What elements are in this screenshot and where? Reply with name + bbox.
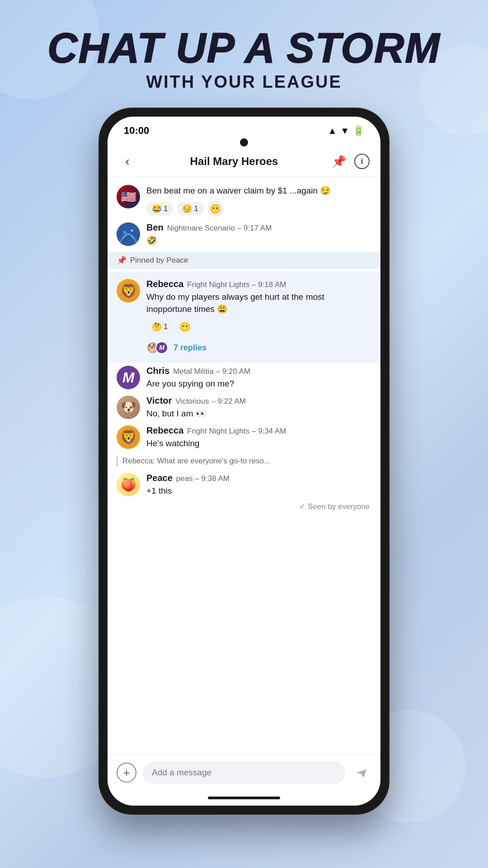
message-meta: Chris Metal Militia – 9:20 AM — [146, 366, 371, 376]
avatar: 🇺🇸 — [117, 185, 140, 208]
message-content: Ben Nightmare Scenario – 9:17 AM 🤣 — [146, 222, 371, 247]
message-input[interactable] — [143, 761, 345, 784]
replies-row[interactable]: 🐕 M 7 replies — [146, 340, 371, 356]
status-icons: ▲ ▼ 🔋 — [328, 125, 364, 136]
signal-icon: ▲ — [328, 126, 337, 136]
back-button[interactable]: ‹ — [118, 154, 136, 169]
messages-area[interactable]: 🇺🇸 Ben beat me on a waiver claim by $1 .… — [108, 177, 380, 755]
pinned-message-block: 🦁 Rebecca Fright Night Lights – 9:18 AM … — [108, 272, 380, 363]
wifi-icon: ▼ — [340, 126, 349, 136]
pinned-by-text: Pinned by Peace — [130, 256, 188, 265]
message-meta: Rebecca Fright Night Lights – 9:18 AM — [146, 279, 371, 289]
sender-team: peas – 9:38 AM — [176, 474, 230, 483]
add-button[interactable]: + — [117, 763, 136, 783]
message-text: He's watching — [146, 438, 371, 450]
status-time: 10:00 — [124, 125, 149, 137]
quoted-row: Rebecca: What are everyone's go-to reso.… — [108, 452, 380, 470]
phone-frame: 10:00 ▲ ▼ 🔋 ‹ Hail Mary Heroes 📌 i — [99, 108, 389, 814]
sender-name: Rebecca — [146, 279, 183, 289]
table-row: 🦁 Rebecca Fright Night Lights – 9:18 AM … — [108, 276, 380, 359]
add-reaction-button[interactable]: 😶 — [207, 201, 224, 217]
add-reaction-button[interactable]: 😶 — [177, 319, 193, 335]
svg-point-2 — [131, 229, 133, 232]
page-title: CHAT UP A STORM — [0, 27, 488, 69]
message-content: Chris Metal Militia – 9:20 AM Are you sp… — [146, 366, 371, 390]
camera-dot — [240, 138, 248, 146]
pin-button[interactable]: 📌 — [332, 155, 346, 169]
header-actions: 📌 i — [332, 154, 370, 169]
page-subtitle: WITH YOUR LEAGUE — [0, 72, 488, 92]
replies-count[interactable]: 7 replies — [174, 343, 206, 353]
sender-name: Peace — [146, 473, 173, 483]
info-button[interactable]: i — [354, 154, 370, 169]
message-text: Why do my players always get hurt at the… — [146, 291, 371, 315]
avatar: 🦁 — [117, 279, 140, 302]
message-text: Ben beat me on a waiver claim by $1 ...a… — [146, 185, 371, 197]
sender-team: Fright Night Lights – 9:34 AM — [187, 427, 286, 436]
table-row: 🇺🇸 Ben beat me on a waiver claim by $1 .… — [108, 182, 380, 220]
seen-by-text: ✓ Seen by everyone — [108, 500, 380, 515]
pinned-banner: 📌 Pinned by Peace — [108, 252, 380, 269]
message-text: 🤣 — [146, 235, 371, 247]
avatar: 🍑 — [117, 473, 140, 496]
reply-avatar-m: M — [155, 341, 168, 354]
home-bar — [208, 797, 280, 799]
sender-name: Chris — [146, 366, 169, 376]
send-icon — [355, 766, 368, 779]
sender-name: Victor — [146, 396, 172, 406]
phone-wrapper: 10:00 ▲ ▼ 🔋 ‹ Hail Mary Heroes 📌 i — [99, 108, 389, 814]
sender-team: Nightmare Scenario – 9:17 AM — [167, 224, 272, 233]
message-meta: Victor Victorious – 9:22 AM — [146, 396, 371, 406]
table-row: 🍑 Peace peas – 9:38 AM +1 this — [108, 470, 380, 500]
sender-team: Fright Night Lights – 9:18 AM — [187, 280, 286, 289]
reactions: 😂 1 😔 1 😶 — [146, 201, 371, 217]
phone-screen: 10:00 ▲ ▼ 🔋 ‹ Hail Mary Heroes 📌 i — [108, 117, 380, 806]
message-meta: Rebecca Fright Night Lights – 9:34 AM — [146, 425, 371, 436]
table-row: Ben Nightmare Scenario – 9:17 AM 🤣 — [108, 220, 380, 250]
avatar: 🐶 — [117, 396, 140, 419]
chat-title: Hail Mary Heroes — [190, 155, 278, 168]
battery-icon: 🔋 — [353, 125, 364, 136]
page-header: CHAT UP A STORM WITH YOUR LEAGUE — [0, 27, 488, 92]
camera-area — [108, 137, 380, 146]
status-bar: 10:00 ▲ ▼ 🔋 — [108, 117, 380, 137]
message-text: +1 this — [146, 485, 371, 497]
sender-name: Rebecca — [146, 425, 183, 436]
reaction-sad[interactable]: 😔 1 — [177, 202, 203, 216]
quote-line — [117, 456, 118, 467]
reaction-thinking[interactable]: 🤔 1 — [146, 320, 173, 334]
svg-point-1 — [123, 231, 127, 234]
message-content: Rebecca Fright Night Lights – 9:18 AM Wh… — [146, 279, 371, 356]
app-header: ‹ Hail Mary Heroes 📌 i — [108, 146, 380, 177]
reaction-laugh[interactable]: 😂 1 — [146, 202, 173, 216]
sender-team: Victorious – 9:22 AM — [175, 397, 246, 406]
message-content: Ben beat me on a waiver claim by $1 ...a… — [146, 185, 371, 217]
table-row: M Chris Metal Militia – 9:20 AM Are you … — [108, 363, 380, 393]
reply-avatars: 🐕 M — [146, 341, 164, 354]
message-text: No, but I am 👀 — [146, 408, 371, 420]
send-button[interactable] — [352, 763, 371, 783]
pin-icon: 📌 — [117, 255, 127, 265]
sender-team: Metal Militia – 9:20 AM — [173, 367, 250, 376]
message-content: Peace peas – 9:38 AM +1 this — [146, 473, 371, 497]
table-row: 🐶 Victor Victorious – 9:22 AM No, but I … — [108, 393, 380, 423]
message-meta: Ben Nightmare Scenario – 9:17 AM — [146, 222, 371, 233]
sender-name: Ben — [146, 222, 164, 233]
message-meta: Peace peas – 9:38 AM — [146, 473, 371, 483]
avatar-graphic — [117, 222, 140, 246]
home-indicator — [108, 793, 380, 806]
avatar: M — [117, 366, 140, 389]
table-row: 🦁 Rebecca Fright Night Lights – 9:34 AM … — [108, 423, 380, 453]
input-area: + — [108, 755, 380, 793]
message-content: Rebecca Fright Night Lights – 9:34 AM He… — [146, 425, 371, 450]
message-content: Victor Victorious – 9:22 AM No, but I am… — [146, 396, 371, 420]
reactions: 🤔 1 😶 — [146, 319, 371, 335]
avatar — [117, 222, 140, 246]
message-text: Are you spying on me? — [146, 378, 371, 390]
quote-text: Rebecca: What are everyone's go-to reso.… — [122, 457, 270, 466]
avatar: 🦁 — [117, 425, 140, 449]
